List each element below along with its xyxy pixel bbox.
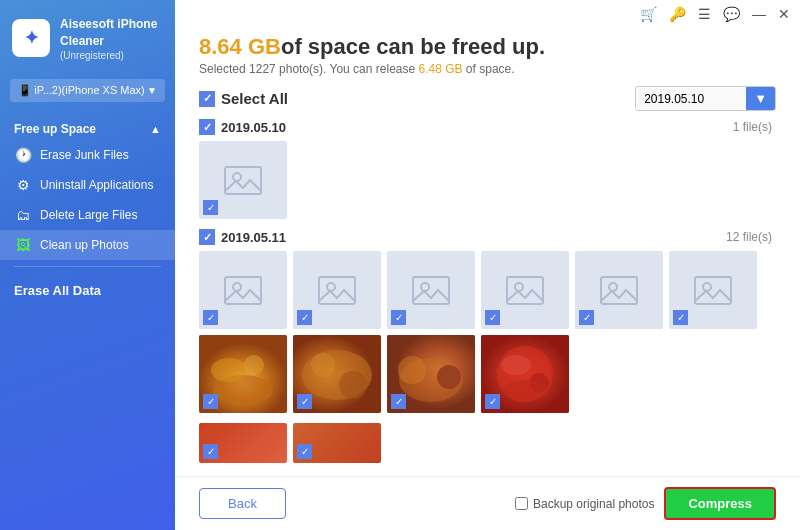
svg-point-11: [609, 283, 617, 291]
photos-scroll-area[interactable]: ✓ 2019.05.10 1 file(s) ✓: [199, 119, 776, 476]
compress-button[interactable]: Compress: [664, 487, 776, 520]
sidebar-item-delete-large[interactable]: 🗂 Delete Large Files: [0, 200, 175, 230]
sidebar-item-cleanup-photos[interactable]: 🖼 Clean up Photos: [0, 230, 175, 260]
svg-rect-12: [695, 277, 731, 304]
photo-item[interactable]: ✓: [481, 251, 569, 329]
photo-item[interactable]: ✓: [293, 251, 381, 329]
photo-item-partial2[interactable]: ✓: [293, 423, 381, 463]
svg-point-24: [398, 356, 426, 384]
device-label: iP...2)(iPhone XS Max): [34, 84, 144, 96]
bottom-bar: Back Backup original photos Compress: [175, 476, 800, 530]
svg-point-20: [311, 353, 335, 377]
svg-point-1: [233, 173, 241, 181]
group2-count: 12 file(s): [726, 230, 772, 244]
svg-point-16: [211, 358, 247, 382]
svg-point-17: [244, 355, 264, 375]
cart-icon[interactable]: 🛒: [640, 6, 657, 22]
photo-checkbox[interactable]: ✓: [297, 444, 312, 459]
date-filter[interactable]: ▼: [635, 86, 776, 111]
key-icon[interactable]: 🔑: [669, 6, 686, 22]
date-filter-dropdown-btn[interactable]: ▼: [746, 87, 775, 110]
group1-count: 1 file(s): [733, 120, 772, 134]
photo-item-food2[interactable]: ✓: [293, 335, 381, 413]
sidebar-item-uninstall-apps[interactable]: ⚙ Uninstall Applications: [0, 170, 175, 200]
photo-checkbox[interactable]: ✓: [203, 394, 218, 409]
menu-icon[interactable]: ☰: [698, 6, 711, 22]
svg-point-7: [421, 283, 429, 291]
svg-rect-10: [601, 277, 637, 304]
sidebar-item-label: Uninstall Applications: [40, 178, 153, 192]
backup-label[interactable]: Backup original photos: [515, 497, 654, 511]
photo-checkbox[interactable]: ✓: [391, 394, 406, 409]
group2-photos-row1: ✓ ✓ ✓: [199, 251, 772, 413]
collapse-icon: ▲: [150, 123, 161, 135]
minimize-icon[interactable]: —: [752, 6, 766, 22]
device-icon: 📱: [18, 84, 32, 97]
sidebar: ✦ Aiseesoft iPhoneCleaner (Unregistered)…: [0, 0, 175, 530]
photo-checkbox[interactable]: ✓: [673, 310, 688, 325]
photo-icon: 🖼: [14, 237, 32, 253]
sidebar-item-label: Delete Large Files: [40, 208, 137, 222]
photo-item-partial1[interactable]: ✓: [199, 423, 287, 463]
sidebar-divider: [14, 266, 161, 267]
app-subtitle: (Unregistered): [60, 50, 157, 61]
svg-rect-8: [507, 277, 543, 304]
photo-checkbox[interactable]: ✓: [203, 200, 218, 215]
photo-item[interactable]: ✓: [199, 251, 287, 329]
svg-point-30: [503, 380, 547, 400]
main-heading: 8.64 GBof space can be freed up.: [199, 34, 776, 60]
app-logo: ✦: [12, 19, 50, 57]
heading-rest: of space can be freed up.: [281, 34, 545, 59]
photo-item[interactable]: ✓: [575, 251, 663, 329]
back-button[interactable]: Back: [199, 488, 286, 519]
date-group-label-2: ✓ 2019.05.11: [199, 229, 286, 245]
title-bar: 🛒 🔑 ☰ 💬 — ✕: [175, 0, 800, 24]
date-group-2: ✓ 2019.05.11 12 file(s) ✓: [199, 229, 772, 413]
svg-point-5: [327, 283, 335, 291]
photo-checkbox[interactable]: ✓: [579, 310, 594, 325]
svg-rect-6: [413, 277, 449, 304]
group2-checkbox[interactable]: ✓: [199, 229, 215, 245]
date-group-header-2: ✓ 2019.05.11 12 file(s): [199, 229, 772, 245]
svg-rect-4: [319, 277, 355, 304]
select-all-checkbox[interactable]: ✓: [199, 91, 215, 107]
group2-photos-partial: ✓ ✓: [199, 423, 772, 463]
chevron-down-icon: ▼: [147, 85, 157, 96]
close-icon[interactable]: ✕: [778, 6, 790, 22]
photo-item[interactable]: ✓: [387, 251, 475, 329]
message-icon[interactable]: 💬: [723, 6, 740, 22]
svg-rect-2: [225, 277, 261, 304]
photo-checkbox[interactable]: ✓: [203, 444, 218, 459]
file-icon: 🗂: [14, 207, 32, 223]
date-group-label-1: ✓ 2019.05.10: [199, 119, 286, 135]
date-group-1: ✓ 2019.05.10 1 file(s) ✓: [199, 119, 772, 219]
sidebar-item-erase-all[interactable]: Erase All Data: [0, 273, 175, 308]
photo-item[interactable]: ✓: [199, 141, 287, 219]
photo-item[interactable]: ✓: [669, 251, 757, 329]
date-group-header-1: ✓ 2019.05.10 1 file(s): [199, 119, 772, 135]
photo-checkbox[interactable]: ✓: [485, 394, 500, 409]
photo-checkbox[interactable]: ✓: [297, 394, 312, 409]
photo-checkbox[interactable]: ✓: [391, 310, 406, 325]
sidebar-item-erase-junk[interactable]: 🕐 Erase Junk Files: [0, 140, 175, 170]
svg-point-25: [437, 365, 461, 389]
heading-highlight: 8.64 GB: [199, 34, 281, 59]
photo-checkbox[interactable]: ✓: [203, 310, 218, 325]
select-all-label: Select All: [221, 90, 288, 107]
app-name: Aiseesoft iPhoneCleaner: [60, 16, 157, 50]
photo-item-food3[interactable]: ✓: [387, 335, 475, 413]
svg-point-3: [233, 283, 241, 291]
svg-point-28: [501, 355, 531, 375]
date-filter-input[interactable]: [636, 88, 746, 110]
content-area: 8.64 GBof space can be freed up. Selecte…: [175, 24, 800, 476]
device-selector[interactable]: 📱 iP...2)(iPhone XS Max) ▼: [10, 79, 165, 102]
photo-item-food1[interactable]: ✓: [199, 335, 287, 413]
sub-heading: Selected 1227 photo(s). You can release …: [199, 62, 776, 76]
group1-checkbox[interactable]: ✓: [199, 119, 215, 135]
photo-checkbox[interactable]: ✓: [297, 310, 312, 325]
photo-item-seafood[interactable]: ✓: [481, 335, 569, 413]
select-all-control[interactable]: ✓ Select All: [199, 90, 288, 107]
backup-checkbox[interactable]: [515, 497, 528, 510]
photo-checkbox[interactable]: ✓: [485, 310, 500, 325]
sidebar-item-label: Erase Junk Files: [40, 148, 129, 162]
